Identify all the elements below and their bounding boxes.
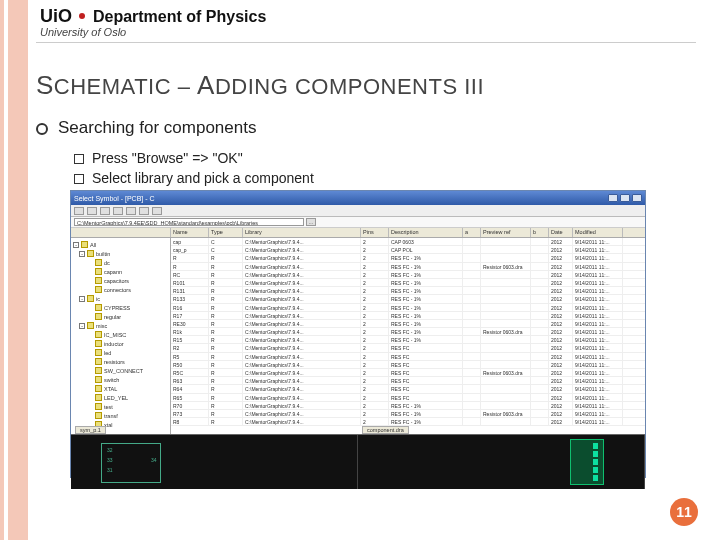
- cell: R: [209, 394, 243, 401]
- col-preview[interactable]: Preview ref: [481, 228, 531, 237]
- table-row[interactable]: R63RC:\MentorGraphics\7.9.4...2RES FC201…: [171, 377, 645, 385]
- tree-node[interactable]: -builtin: [79, 249, 168, 258]
- browse-button[interactable]: ...: [306, 218, 316, 226]
- tree-node[interactable]: XTAL: [85, 384, 168, 393]
- footprint-preview[interactable]: component.dra: [358, 435, 645, 489]
- library-path-input[interactable]: C:\MentorGraphics\7.9.4EE\SDD_HOME\stand…: [74, 218, 304, 226]
- table-row[interactable]: R65RC:\MentorGraphics\7.9.4...2RES FC201…: [171, 394, 645, 402]
- pad-icon: [593, 451, 598, 457]
- cell: [531, 312, 549, 319]
- tree-node[interactable]: CYPRESS: [85, 303, 168, 312]
- toolbar-button[interactable]: [100, 207, 110, 215]
- cell: [531, 377, 549, 384]
- col-library[interactable]: Library: [243, 228, 361, 237]
- cell: R133: [171, 295, 209, 302]
- table-row[interactable]: R133RC:\MentorGraphics\7.9.4...2RES FC -…: [171, 295, 645, 303]
- col-mod[interactable]: Modified: [573, 228, 623, 237]
- expand-icon[interactable]: -: [79, 251, 85, 257]
- cell: 2012: [549, 385, 573, 392]
- tree-node[interactable]: IC_MISC: [85, 330, 168, 339]
- component-table[interactable]: capCC:\MentorGraphics\7.9.4...2CAP 06032…: [171, 238, 645, 434]
- toolbar-button[interactable]: [152, 207, 162, 215]
- tree-node[interactable]: LED_YEL: [85, 393, 168, 402]
- tree-node[interactable]: -All: [73, 240, 168, 249]
- col-date[interactable]: Date: [549, 228, 573, 237]
- tree-label: regular: [104, 314, 121, 320]
- col-name[interactable]: Name: [171, 228, 209, 237]
- tree-node[interactable]: SW_CONNECT: [85, 366, 168, 375]
- folder-icon: [81, 241, 88, 248]
- cell: [531, 271, 549, 278]
- minimize-button[interactable]: [608, 194, 618, 202]
- cell: R5: [171, 353, 209, 360]
- maximize-button[interactable]: [620, 194, 630, 202]
- cell: 2: [361, 312, 389, 319]
- table-row[interactable]: R16RC:\MentorGraphics\7.9.4...2RES FC - …: [171, 304, 645, 312]
- library-tree[interactable]: -All-builtindccapanncapacitorsconnectors…: [71, 238, 171, 434]
- table-row[interactable]: R2RC:\MentorGraphics\7.9.4...2RES FC2012…: [171, 344, 645, 352]
- slide-title: SCHEMATIC – ADDING COMPONENTS III: [36, 70, 484, 101]
- window-titlebar[interactable]: Select Symbol - [PCB] - C: [71, 191, 645, 205]
- symbol-preview[interactable]: sym_p.1 32 33 31 34: [71, 435, 358, 489]
- cell: C:\MentorGraphics\7.9.4...: [243, 246, 361, 253]
- table-row[interactable]: R131RC:\MentorGraphics\7.9.4...2RES FC -…: [171, 287, 645, 295]
- expand-icon[interactable]: -: [73, 242, 79, 248]
- department-name: Department of Physics: [93, 8, 266, 25]
- tree-node[interactable]: transf: [85, 411, 168, 420]
- close-button[interactable]: [632, 194, 642, 202]
- col-pins[interactable]: Pins: [361, 228, 389, 237]
- toolbar-button[interactable]: [74, 207, 84, 215]
- cell: [531, 238, 549, 245]
- tree-node[interactable]: -misc: [79, 321, 168, 330]
- tree-node[interactable]: switch: [85, 375, 168, 384]
- tree-node[interactable]: regular: [85, 312, 168, 321]
- table-row[interactable]: R1kRC:\MentorGraphics\7.9.4...2RES FC - …: [171, 328, 645, 336]
- table-row[interactable]: R15RC:\MentorGraphics\7.9.4...2RES FC - …: [171, 336, 645, 344]
- tree-node[interactable]: capacitors: [85, 276, 168, 285]
- tree-node[interactable]: dc: [85, 258, 168, 267]
- tree-node[interactable]: inductor: [85, 339, 168, 348]
- table-row[interactable]: RRC:\MentorGraphics\7.9.4...2RES FC - 1%…: [171, 263, 645, 271]
- cell: RES FC: [389, 344, 463, 351]
- table-row[interactable]: R5CRC:\MentorGraphics\7.9.4...2RES FCRes…: [171, 369, 645, 377]
- table-row[interactable]: cap_pCC:\MentorGraphics\7.9.4...2CAP POL…: [171, 246, 645, 254]
- cell: [531, 320, 549, 327]
- table-row[interactable]: R73RC:\MentorGraphics\7.9.4...2RES FC - …: [171, 410, 645, 418]
- expand-icon[interactable]: -: [79, 296, 85, 302]
- tree-node[interactable]: led: [85, 348, 168, 357]
- cell: 2: [361, 238, 389, 245]
- table-row[interactable]: R17RC:\MentorGraphics\7.9.4...2RES FC - …: [171, 312, 645, 320]
- cell: 2: [361, 344, 389, 351]
- cell: 9/14/2011 11:...: [573, 344, 623, 351]
- tree-node[interactable]: -ic: [79, 294, 168, 303]
- table-row[interactable]: RE30RC:\MentorGraphics\7.9.4...2RES FC -…: [171, 320, 645, 328]
- col-desc[interactable]: Description: [389, 228, 463, 237]
- toolbar-button[interactable]: [139, 207, 149, 215]
- table-row[interactable]: R64RC:\MentorGraphics\7.9.4...2RES FC201…: [171, 385, 645, 393]
- col-7[interactable]: b: [531, 228, 549, 237]
- table-row[interactable]: R5RC:\MentorGraphics\7.9.4...2RES FC2012…: [171, 353, 645, 361]
- cell: [481, 238, 531, 245]
- toolbar-button[interactable]: [113, 207, 123, 215]
- col-5[interactable]: a: [463, 228, 481, 237]
- tree-node[interactable]: resistors: [85, 357, 168, 366]
- tree-node[interactable]: test: [85, 402, 168, 411]
- table-row[interactable]: R70RC:\MentorGraphics\7.9.4...2RES FC - …: [171, 402, 645, 410]
- tree-label: LED_YEL: [104, 395, 128, 401]
- cell: [463, 263, 481, 270]
- table-row[interactable]: RCRC:\MentorGraphics\7.9.4...2RES FC - 1…: [171, 271, 645, 279]
- table-row[interactable]: capCC:\MentorGraphics\7.9.4...2CAP 06032…: [171, 238, 645, 246]
- cell: [481, 336, 531, 343]
- table-row[interactable]: R50RC:\MentorGraphics\7.9.4...2RES FC201…: [171, 361, 645, 369]
- tree-label: resistors: [104, 359, 125, 365]
- cell: R15: [171, 336, 209, 343]
- expand-icon[interactable]: -: [79, 323, 85, 329]
- cell: 2: [361, 385, 389, 392]
- col-type[interactable]: Type: [209, 228, 243, 237]
- tree-node[interactable]: connectors: [85, 285, 168, 294]
- tree-node[interactable]: capann: [85, 267, 168, 276]
- toolbar-button[interactable]: [87, 207, 97, 215]
- toolbar-button[interactable]: [126, 207, 136, 215]
- table-row[interactable]: R101RC:\MentorGraphics\7.9.4...2RES FC -…: [171, 279, 645, 287]
- table-row[interactable]: RRC:\MentorGraphics\7.9.4...2RES FC - 1%…: [171, 254, 645, 262]
